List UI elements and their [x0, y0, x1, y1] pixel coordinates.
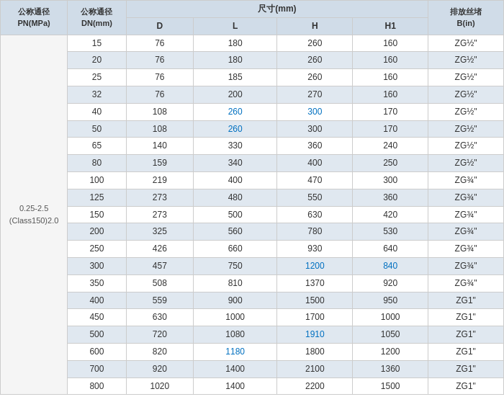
h-cell: 2100 — [277, 360, 353, 377]
d-cell: 920 — [126, 360, 193, 377]
h1-cell: 1050 — [353, 326, 428, 344]
l-cell: 1080 — [193, 326, 276, 344]
table-row: 100219400470300ZG¾" — [1, 171, 504, 189]
h-cell: 630 — [277, 206, 353, 223]
table-row: 3004577501200840ZG¾" — [1, 257, 504, 274]
h-cell: 300 — [277, 120, 353, 138]
table-row: 40108260300170ZG½" — [1, 103, 504, 120]
d-cell: 76 — [126, 35, 193, 52]
d-cell: 76 — [126, 69, 193, 86]
l-cell: 750 — [193, 257, 276, 274]
d-cell: 140 — [126, 138, 193, 155]
dn-cell: 500 — [68, 326, 127, 344]
b-cell: ZG¾" — [428, 171, 504, 189]
b-cell: ZG¾" — [428, 241, 504, 258]
h-cell: 1910 — [277, 326, 353, 344]
b-cell: ZG½" — [428, 138, 504, 155]
d-cell: 108 — [126, 103, 193, 120]
data-table: 公称通径PN(MPa) 公称通径DN(mm) 尺寸(mm) 排放丝堵B(in) … — [0, 0, 504, 395]
b-cell: ZG1" — [428, 309, 504, 326]
l-cell: 180 — [193, 52, 276, 69]
table-row: 600820118018001200ZG1" — [1, 343, 504, 360]
h1-cell: 920 — [353, 274, 428, 292]
l-cell: 260 — [193, 120, 276, 138]
h1-cell: 840 — [353, 257, 428, 274]
b-cell: ZG½" — [428, 52, 504, 69]
table-row: 50108260300170ZG½" — [1, 120, 504, 138]
header-l: L — [193, 17, 276, 35]
h-cell: 400 — [277, 155, 353, 172]
d-cell: 108 — [126, 120, 193, 138]
dn-cell: 32 — [68, 86, 127, 103]
table-row: 0.25-2.5(Class150)2.01576180260160ZG½" — [1, 35, 504, 52]
h1-cell: 160 — [353, 52, 428, 69]
l-cell: 185 — [193, 69, 276, 86]
table-row: 2576185260160ZG½" — [1, 69, 504, 86]
table-row: 125273480550360ZG¾" — [1, 189, 504, 206]
h-cell: 1370 — [277, 274, 353, 292]
h-cell: 780 — [277, 223, 353, 241]
h-cell: 930 — [277, 241, 353, 258]
h-cell: 260 — [277, 35, 353, 52]
table-row: 65140330360240ZG½" — [1, 138, 504, 155]
d-cell: 820 — [126, 343, 193, 360]
b-cell: ZG1" — [428, 292, 504, 309]
table-row: 4005599001500950ZG1" — [1, 292, 504, 309]
d-cell: 273 — [126, 206, 193, 223]
table-row: 2076180260160ZG½" — [1, 52, 504, 69]
b-cell: ZG1" — [428, 360, 504, 377]
h1-cell: 300 — [353, 171, 428, 189]
h1-cell: 170 — [353, 103, 428, 120]
d-cell: 559 — [126, 292, 193, 309]
b-cell: ZG¾" — [428, 274, 504, 292]
table-row: 700920140021001360ZG1" — [1, 360, 504, 377]
h1-cell: 640 — [353, 241, 428, 258]
h1-cell: 950 — [353, 292, 428, 309]
table-row: 250426660930640ZG¾" — [1, 241, 504, 258]
l-cell: 1180 — [193, 343, 276, 360]
h-cell: 260 — [277, 69, 353, 86]
h1-cell: 160 — [353, 86, 428, 103]
table-row: 80159340400250ZG½" — [1, 155, 504, 172]
dn-cell: 15 — [68, 35, 127, 52]
dn-cell: 150 — [68, 206, 127, 223]
h1-cell: 250 — [353, 155, 428, 172]
h-cell: 2200 — [277, 377, 353, 395]
d-cell: 457 — [126, 257, 193, 274]
h1-cell: 170 — [353, 120, 428, 138]
h1-cell: 160 — [353, 35, 428, 52]
dn-cell: 350 — [68, 274, 127, 292]
l-cell: 180 — [193, 35, 276, 52]
b-cell: ZG½" — [428, 120, 504, 138]
l-cell: 660 — [193, 241, 276, 258]
l-cell: 260 — [193, 103, 276, 120]
h1-cell: 420 — [353, 206, 428, 223]
header-h1: H1 — [353, 17, 428, 35]
d-cell: 1020 — [126, 377, 193, 395]
dn-cell: 100 — [68, 171, 127, 189]
table-row: 500720108019101050ZG1" — [1, 326, 504, 344]
d-cell: 426 — [126, 241, 193, 258]
d-cell: 630 — [126, 309, 193, 326]
h1-cell: 160 — [353, 69, 428, 86]
h1-cell: 1360 — [353, 360, 428, 377]
l-cell: 480 — [193, 189, 276, 206]
dn-cell: 40 — [68, 103, 127, 120]
dn-cell: 20 — [68, 52, 127, 69]
dn-cell: 250 — [68, 241, 127, 258]
dn-cell: 300 — [68, 257, 127, 274]
dn-cell: 800 — [68, 377, 127, 395]
b-cell: ZG1" — [428, 377, 504, 395]
dn-cell: 200 — [68, 223, 127, 241]
pn-cell: 0.25-2.5(Class150)2.0 — [1, 35, 68, 395]
table-row: 8001020140022001500ZG1" — [1, 377, 504, 395]
h-cell: 1200 — [277, 257, 353, 274]
d-cell: 508 — [126, 274, 193, 292]
l-cell: 810 — [193, 274, 276, 292]
dn-cell: 700 — [68, 360, 127, 377]
l-cell: 1400 — [193, 360, 276, 377]
d-cell: 273 — [126, 189, 193, 206]
dn-cell: 50 — [68, 120, 127, 138]
h1-cell: 240 — [353, 138, 428, 155]
d-cell: 325 — [126, 223, 193, 241]
